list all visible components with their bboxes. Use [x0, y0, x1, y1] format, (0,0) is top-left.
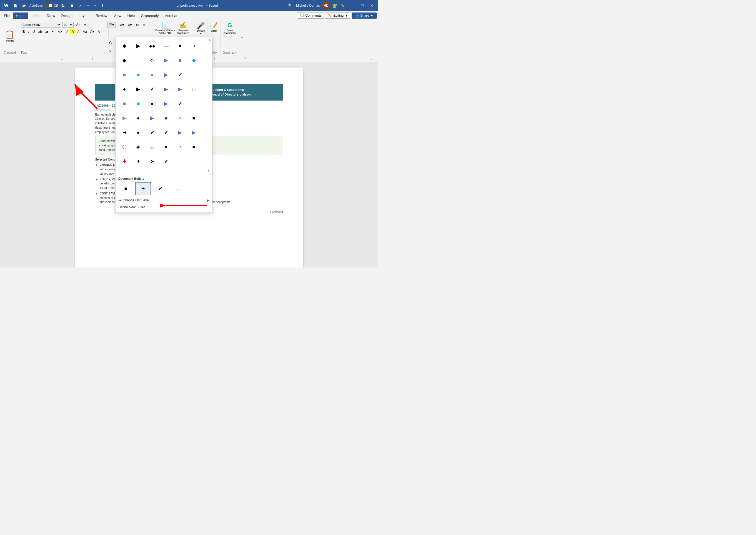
bullet-option-blue-tri3[interactable]: ▶ — [173, 82, 187, 96]
bullet-option-open-circle[interactable]: ○ — [187, 39, 201, 52]
menu-design[interactable]: Design — [59, 13, 75, 19]
bullet-option-blue-tri4[interactable]: ▶ — [146, 111, 159, 125]
minimize-button[interactable]: — — [349, 2, 357, 9]
underline-button[interactable]: U — [31, 29, 36, 34]
menu-insert[interactable]: Insert — [29, 13, 43, 19]
autosave-switch[interactable] — [44, 3, 53, 8]
bullet-option-open-circ2[interactable]: ○ — [173, 140, 187, 154]
editing-button[interactable]: ✏️ Editing ▼ — [325, 13, 351, 18]
bullet-list-button[interactable]: ☰▾ — [107, 22, 116, 28]
font-name-select[interactable]: Corbel (Body) — [21, 22, 61, 28]
bullet-option-empty4[interactable] — [173, 155, 187, 168]
bullet-option-teal-square[interactable]: ■ — [132, 68, 145, 81]
superscript-button[interactable]: x² — [50, 29, 56, 34]
bullet-option-check3[interactable]: ✔ — [173, 97, 187, 110]
bullet-option-checkmark[interactable]: ✔ — [173, 68, 187, 81]
redo-button[interactable]: ↪ — [92, 3, 98, 9]
version-history-button[interactable]: 📋 — [68, 3, 75, 9]
bullet-option-thick-arrow[interactable]: ➡ — [118, 126, 131, 139]
comments-button[interactable]: 💬 Comments — [297, 13, 324, 18]
share-button[interactable]: 👥 Share ▼ — [351, 13, 377, 18]
ruler-expand-icon[interactable]: ⌄ — [370, 57, 373, 60]
bullet-option-teal-diamond[interactable]: ◆ — [187, 54, 201, 67]
maximize-button[interactable]: □ — [359, 2, 366, 9]
text-effects-button[interactable]: A — [107, 39, 114, 46]
open-grammarly-button[interactable]: G OpenGrammarly — [224, 22, 236, 35]
autosave-toggle[interactable]: AutoSave Off — [29, 3, 58, 8]
increase-indent-button[interactable]: ⇒ — [141, 22, 148, 28]
menu-home[interactable]: Home — [13, 13, 28, 19]
menu-help[interactable]: Help — [125, 13, 138, 19]
bullet-option-right-arrow[interactable]: ▶ — [118, 111, 131, 125]
doc-bullet-1[interactable]: ■ — [118, 182, 134, 195]
bullet-option-check5[interactable]: ✔ — [159, 126, 173, 139]
bullet-option-empty2[interactable] — [187, 68, 201, 81]
bullet-option-empty[interactable] — [132, 54, 145, 67]
save-button[interactable]: 💾 — [59, 3, 67, 9]
define-new-bullet-action[interactable]: Define New Bullet... — [118, 204, 210, 210]
bullet-option-check6[interactable]: ✔ — [159, 155, 173, 168]
bullet-option-circ2[interactable]: ● — [132, 126, 145, 139]
bullet-option-arrow4[interactable]: ▶ — [132, 82, 145, 96]
text-color-button[interactable]: A — [76, 29, 81, 34]
doc-bullet-3[interactable]: ✔ — [152, 182, 168, 195]
bullet-option-star-diamond[interactable]: ✦ — [132, 155, 145, 168]
bullet-option-med-circle[interactable]: ● — [146, 97, 159, 110]
file-menu-icon[interactable]: 📄 — [12, 3, 19, 9]
bullet-option-nvy-sq[interactable]: ■ — [159, 111, 173, 125]
share-title-button[interactable]: ↗ — [77, 3, 83, 9]
font-size-select[interactable]: 10 — [63, 22, 73, 28]
bullet-option-gray-sq2[interactable]: □ — [187, 82, 201, 96]
clear-format-button[interactable]: A✕ — [56, 29, 64, 34]
bullet-option-teal-sq2[interactable]: ■ — [132, 97, 145, 110]
menu-review[interactable]: Review — [93, 13, 110, 19]
doc-bullet-4[interactable]: — — [169, 182, 185, 195]
close-button[interactable]: ✕ — [368, 2, 376, 9]
bullet-option-dash[interactable]: — — [159, 39, 173, 52]
bullet-option-blk-circle2[interactable]: ● — [132, 111, 145, 125]
bullet-option-empty5[interactable] — [187, 155, 201, 168]
highlight-button[interactable]: A — [70, 29, 75, 34]
bullet-option-blue-tri2[interactable]: ▶ — [159, 82, 173, 96]
bullet-option-double-diamond[interactable]: ◆◆ — [146, 39, 159, 52]
bullet-option-open-diamond[interactable]: ◇ — [146, 140, 159, 154]
bullet-option-plus-star[interactable]: ✚ — [118, 155, 131, 168]
bullet-option-arrow5[interactable]: ▶ — [159, 97, 173, 110]
panel-scroll-up[interactable]: ▲ — [208, 38, 211, 41]
bullet-option-empty3[interactable] — [187, 97, 201, 110]
bullet-option-blue-square[interactable]: ■ — [173, 54, 187, 67]
doc-bullet-2[interactable]: ✦ — [135, 182, 151, 195]
bullet-option-sm-sq[interactable]: ■ — [118, 97, 131, 110]
grow-font-button[interactable]: A+ — [89, 29, 96, 34]
italic-button[interactable]: I — [27, 29, 31, 34]
bullet-option-blue-arrow[interactable]: ▶ — [159, 68, 173, 81]
undo-button[interactable]: ↩ — [85, 3, 91, 9]
bullet-option-check4[interactable]: ✔ — [146, 126, 159, 139]
bullet-option-sm-diamond[interactable]: ◆ — [118, 54, 131, 67]
bold-button[interactable]: B — [21, 29, 26, 34]
search-button[interactable]: 🔍 — [287, 2, 294, 9]
strikethrough-button[interactable]: ab — [37, 29, 43, 34]
create-pdf-button[interactable]: 📄 Create and ShareAdobe PDF — [155, 22, 175, 35]
magic-pen-icon[interactable]: ✏️ — [339, 3, 346, 9]
shrink-font-button[interactable]: A- — [97, 29, 102, 34]
menu-file[interactable]: File — [1, 13, 13, 19]
menu-draw[interactable]: Draw — [44, 13, 58, 19]
increase-font-button[interactable]: A↑ — [75, 22, 81, 28]
customize-button[interactable]: ⬇ — [100, 3, 105, 9]
bullet-option-arrow7[interactable]: ▶ — [173, 126, 187, 139]
open-folder-icon[interactable]: 📂 — [20, 3, 28, 9]
bullet-option-blue-triangle[interactable]: ▶ — [159, 54, 173, 67]
bullet-option-blk-circ3[interactable]: ● — [159, 140, 173, 154]
bullet-option-blk-circle[interactable]: ● — [118, 82, 131, 96]
shapes-button[interactable]: ○ — [107, 47, 113, 54]
request-signatures-button[interactable]: ✍️ RequestSignatures — [177, 22, 189, 35]
bullet-option-gray-square[interactable]: ■ — [118, 68, 131, 81]
bullet-option-hexagon[interactable]: ⬡ — [118, 140, 131, 154]
decrease-font-button[interactable]: A↓ — [82, 22, 89, 28]
menu-view[interactable]: View — [111, 13, 124, 19]
decrease-indent-button[interactable]: ⇐ — [134, 22, 141, 28]
bullet-option-sm-diamond2[interactable]: ◇ — [146, 54, 159, 67]
bullet-option-filled-circle[interactable]: ● — [173, 39, 187, 52]
editor-button[interactable]: 📝 Editor — [210, 22, 218, 32]
